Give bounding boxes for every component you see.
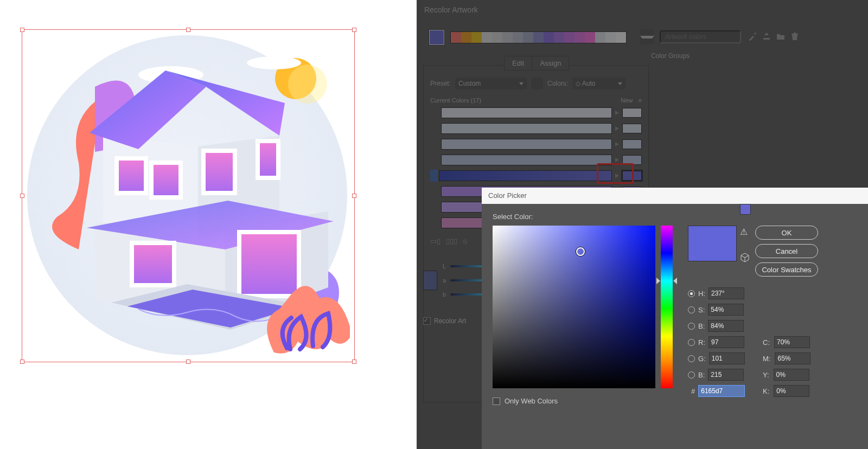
color-swatches-button[interactable]: Color Swatches (755, 262, 818, 277)
hue-slider[interactable] (661, 226, 673, 388)
radio-h[interactable] (688, 290, 695, 297)
value-c[interactable] (774, 336, 810, 348)
strip-dropdown[interactable] (640, 29, 654, 44)
active-color-swatch[interactable] (429, 29, 445, 46)
svg-rect-17 (239, 232, 299, 296)
svg-point-2 (288, 65, 327, 104)
ok-button[interactable]: OK (755, 226, 818, 240)
preset-label: Preset: (430, 80, 451, 87)
value-b[interactable] (708, 320, 744, 332)
preset-dropdown[interactable]: Custom (455, 78, 527, 89)
value-y[interactable] (774, 369, 809, 381)
color-picker-title: Color Picker (488, 191, 527, 200)
value-hex[interactable] (698, 385, 745, 397)
value-h[interactable] (709, 287, 744, 299)
value-k[interactable] (774, 385, 809, 397)
select-color-label: Select Color: (493, 213, 533, 221)
websafe-swatch[interactable] (740, 204, 751, 215)
color-row[interactable] (430, 170, 642, 182)
house-illustration (24, 33, 350, 358)
svg-rect-12 (117, 158, 146, 193)
svg-point-4 (247, 56, 301, 69)
lab-swatch[interactable] (423, 271, 437, 290)
gamut-warning-icon[interactable]: ⚠ (740, 227, 748, 237)
recolor-panel: Recolor Artwork Color Groups Edit Assign… (417, 0, 868, 449)
radio-s[interactable] (688, 306, 695, 313)
search-input[interactable] (660, 30, 741, 43)
value-g[interactable] (709, 352, 745, 364)
lab-slider-area: L a b Recolor Art (423, 263, 488, 325)
color-values: H: S: B: R: G: B: # (688, 285, 745, 399)
preset-options-button[interactable] (531, 78, 543, 89)
radio-g[interactable] (688, 355, 695, 362)
colors-dropdown[interactable]: ◇ Auto (572, 78, 626, 89)
artwork-color-strip[interactable] (450, 31, 627, 43)
mode-tabs: Edit Assign (504, 56, 569, 70)
color-row[interactable] (430, 154, 642, 166)
colors-label: Colors: (547, 80, 568, 87)
svg-rect-15 (258, 141, 278, 178)
save-group-icon[interactable] (762, 31, 771, 41)
cmyk-values: C: M: Y: K: (763, 334, 810, 399)
value-s[interactable] (708, 304, 744, 316)
color-picker-body: Select Color: ⚠ OK Cancel Color Swatches… (482, 204, 868, 449)
saturation-value-field[interactable] (493, 226, 655, 388)
trash-icon[interactable] (790, 31, 800, 41)
canvas-area (0, 0, 417, 449)
svg-rect-13 (151, 163, 181, 197)
color-preview (688, 226, 737, 261)
tab-edit[interactable]: Edit (505, 56, 532, 70)
exclude-icon[interactable]: ⦸ (463, 237, 467, 246)
color-picker-titlebar: Color Picker (482, 188, 868, 204)
tab-assign[interactable]: Assign (532, 56, 569, 70)
color-row[interactable] (430, 107, 642, 119)
folder-icon[interactable] (776, 31, 786, 41)
only-web-colors-checkbox[interactable]: Only Web Colors (493, 397, 558, 405)
color-row[interactable] (430, 138, 642, 150)
radio-b[interactable] (688, 323, 695, 330)
color-groups-label: Color Groups (651, 52, 857, 60)
unlink-colors-icon[interactable]: ▯▯▯ (446, 237, 457, 246)
panel-title: Recolor Artwork (424, 5, 478, 14)
svg-rect-16 (132, 243, 174, 285)
current-colors-header: Current Colors (17) (430, 97, 481, 104)
websafe-warning-icon[interactable] (740, 253, 750, 262)
list-menu-icon[interactable]: ≡ (639, 97, 642, 104)
color-groups-section: Color Groups (651, 52, 857, 60)
cancel-button[interactable]: Cancel (755, 244, 818, 258)
svg-rect-14 (203, 151, 235, 193)
link-colors-icon[interactable]: ▭▯ (430, 237, 441, 246)
new-header: New (621, 97, 633, 104)
recolor-art-checkbox[interactable]: Recolor Art (423, 317, 488, 325)
radio-r[interactable] (688, 339, 695, 346)
value-r[interactable] (709, 336, 744, 348)
radio-bv[interactable] (688, 371, 695, 379)
eyedropper-icon[interactable] (748, 31, 757, 41)
value-bv[interactable] (708, 369, 744, 381)
value-m[interactable] (775, 352, 810, 364)
color-row[interactable] (430, 123, 642, 134)
